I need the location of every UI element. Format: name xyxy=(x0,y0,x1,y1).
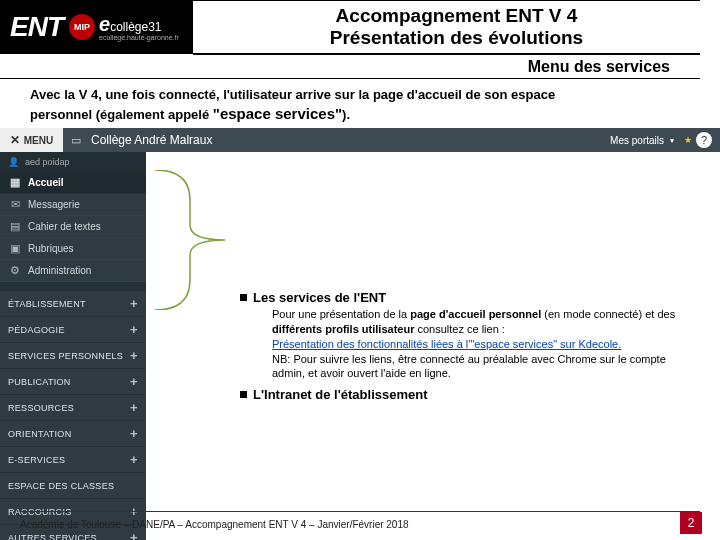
divider xyxy=(0,282,146,290)
cat-orientation[interactable]: ORIENTATION+ xyxy=(0,420,146,446)
sidebar-item-home[interactable]: ▦Accueil xyxy=(0,172,146,194)
sidebar-item-admin[interactable]: ⚙Administration xyxy=(0,260,146,282)
folder-icon: ▣ xyxy=(8,242,22,255)
footer-divider xyxy=(20,511,700,512)
college-name: Collège André Malraux xyxy=(81,133,610,147)
logo-area: ENT MIP ecollège31 ecollege.haute-garonn… xyxy=(0,0,193,54)
app-topbar: ✕MENU ▭ Collège André Malraux Mes portai… xyxy=(0,128,720,152)
plus-icon: + xyxy=(130,426,138,441)
square-bullet-icon xyxy=(240,294,247,301)
school-icon: ▭ xyxy=(71,134,81,147)
menu-button[interactable]: ✕MENU xyxy=(0,128,63,152)
help-button[interactable]: ? xyxy=(696,132,712,148)
mip-badge: MIP xyxy=(69,14,95,40)
user-row: 👤 aed poidap xyxy=(0,152,146,172)
cat-services-personnels[interactable]: SERVICES PERSONNELS+ xyxy=(0,342,146,368)
chevron-down-icon: ▾ xyxy=(670,136,674,145)
title-line-2: Présentation des évolutions xyxy=(213,27,700,49)
presentation-link[interactable]: Présentation des fonctionnalités liées à… xyxy=(272,338,621,350)
content: Les services de l'ENT Pour une présentat… xyxy=(240,290,680,404)
sub-text-1: Pour une présentation de la page d'accue… xyxy=(272,307,680,381)
bullet-2: L'Intranet de l'établissement xyxy=(240,387,680,402)
sidebar-item-cahier[interactable]: ▤Cahier de textes xyxy=(0,216,146,238)
title-line-1: Accompagnement ENT V 4 xyxy=(213,5,700,27)
plus-icon: + xyxy=(130,530,138,540)
book-icon: ▤ xyxy=(8,220,22,233)
ent-logo: ENT xyxy=(10,11,63,43)
ecollege-logo: ecollège31 ecollege.haute-garonne.fr xyxy=(99,13,179,41)
cat-espace-classes[interactable]: ESPACE DES CLASSES xyxy=(0,472,146,498)
subtitle: Menu des services xyxy=(0,54,700,79)
intro-text: Avec la V 4, une fois connecté, l'utilis… xyxy=(0,79,720,128)
plus-icon: + xyxy=(130,452,138,467)
star-icon[interactable]: ★ xyxy=(684,135,692,145)
bullet-1: Les services de l'ENT xyxy=(240,290,680,305)
header: ENT MIP ecollège31 ecollege.haute-garonn… xyxy=(0,0,720,54)
cat-pedagogie[interactable]: PÉDAGOGIE+ xyxy=(0,316,146,342)
cat-ressources[interactable]: RESSOURCES+ xyxy=(0,394,146,420)
plus-icon: + xyxy=(130,322,138,337)
user-icon: 👤 xyxy=(8,157,19,167)
slide: ENT MIP ecollège31 ecollege.haute-garonn… xyxy=(0,0,720,540)
plus-icon: + xyxy=(130,348,138,363)
gear-icon: ⚙ xyxy=(8,264,22,277)
title-block: Accompagnement ENT V 4 Présentation des … xyxy=(193,0,700,55)
cat-eservices[interactable]: E-SERVICES+ xyxy=(0,446,146,472)
plus-icon: + xyxy=(130,296,138,311)
sidebar-item-messagerie[interactable]: ✉Messagerie xyxy=(0,194,146,216)
cat-etablissement[interactable]: ÉTABLISSEMENT+ xyxy=(0,290,146,316)
footer-text: Académie de Toulouse – DANE/PA – Accompa… xyxy=(20,519,409,530)
square-bullet-icon xyxy=(240,391,247,398)
sidebar-item-rubriques[interactable]: ▣Rubriques xyxy=(0,238,146,260)
portails-menu[interactable]: Mes portails xyxy=(610,135,664,146)
mail-icon: ✉ xyxy=(8,198,22,211)
brace-annotation xyxy=(150,170,230,310)
page-number: 2 xyxy=(680,512,702,534)
sidebar: ▦Accueil ✉Messagerie ▤Cahier de textes ▣… xyxy=(0,172,146,540)
cat-publication[interactable]: PUBLICATION+ xyxy=(0,368,146,394)
grid-icon: ▦ xyxy=(8,176,22,189)
app-screenshot: ✕MENU ▭ Collège André Malraux Mes portai… xyxy=(0,128,720,172)
plus-icon: + xyxy=(130,400,138,415)
plus-icon: + xyxy=(130,374,138,389)
close-icon: ✕ xyxy=(10,133,20,147)
